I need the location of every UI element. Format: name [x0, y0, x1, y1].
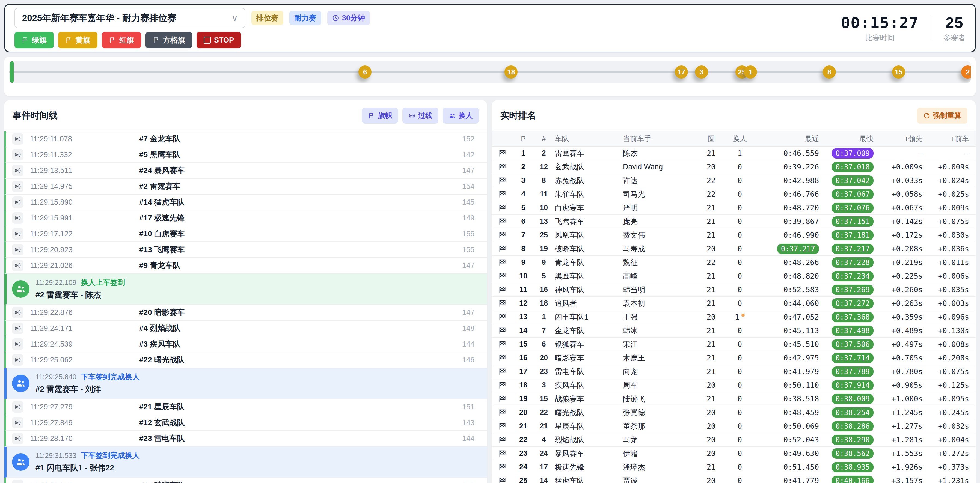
event-row-crossing[interactable]: 11:29:11.078#7 金龙车队152	[4, 131, 487, 147]
event-row-crossing[interactable]: 11:29:33.842#19 破晓车队146	[4, 478, 487, 483]
team-name: 雷霆赛车	[555, 148, 623, 158]
standings-row[interactable]: 2417极速先锋潘璋杰2100:51.4500:38.935+1.926s+0.…	[492, 460, 976, 474]
event-row-crossing[interactable]: 11:29:15.991#17 极速先锋149	[4, 210, 487, 226]
gap-to-leader: +0.780s	[873, 367, 923, 376]
event-row-crossing[interactable]: 11:29:27.279#21 星辰车队151	[4, 399, 487, 415]
gap-to-leader: +0.142s	[873, 217, 923, 226]
standings-row[interactable]: 411朱雀车队司马光2200:46.7660:37.067+0.058s+0.0…	[492, 187, 976, 201]
recent-lap-cell: 0:46.990	[756, 231, 819, 240]
event-row-crossing[interactable]: 11:29:22.876#20 暗影赛车147	[4, 305, 487, 321]
event-row-crossing[interactable]: 11:29:13.511#24 暴风赛车147	[4, 163, 487, 179]
event-time: 11:29:20.923	[30, 246, 139, 254]
standings-row[interactable]: 613飞鹰赛车庞亮2100:39.8670:37.151+0.142s+0.07…	[492, 215, 976, 229]
event-row-crossing[interactable]: 11:29:14.975#2 雷霆赛车154	[4, 179, 487, 195]
event-row-crossing[interactable]: 11:29:24.171#4 烈焰战队148	[4, 321, 487, 337]
race-control-header: 2025年新年赛车嘉年华 - 耐力赛排位赛 ∨ 排位赛 耐力赛 30分钟 绿旗黄…	[4, 4, 976, 52]
event-time: 11:29:25.062	[30, 356, 139, 364]
force-recalc-button[interactable]: 强制重算	[917, 108, 967, 124]
car-position-marker[interactable]: 15	[892, 65, 905, 79]
stop-button[interactable]: STOP	[197, 32, 241, 48]
event-row-driver-swap-out[interactable]: 11:29:31.533下车签到完成换人#1 闪电车队1 - 张伟22	[4, 447, 487, 478]
recent-lap-time: 0:39.867	[783, 217, 819, 226]
lap-count: 21	[699, 286, 724, 294]
crossing-icon-badge	[12, 260, 24, 271]
gap-to-ahead: +0.075s	[923, 367, 969, 376]
standings-row[interactable]: 510白虎赛车严明2100:48.7200:37.076+0.067s+0.00…	[492, 201, 976, 215]
car-position-marker[interactable]: 2	[961, 65, 971, 79]
fastest-lap-badge: 0:37.234	[832, 271, 873, 281]
recent-lap-time: 0:51.450	[783, 463, 819, 471]
event-team: #19 破晓车队	[139, 480, 462, 483]
timeline-filter-flags[interactable]: 旗帜	[362, 108, 398, 124]
checkered-flag-cell	[498, 245, 514, 253]
event-row-crossing[interactable]: 11:29:24.539#3 疾风车队144	[4, 337, 487, 352]
event-timeline-panel: 事件时间线 旗帜过线换人 11:29:11.078#7 金龙车队15211:29…	[4, 100, 487, 483]
standings-row[interactable]: 1218追风者袁本初2100:44.0600:37.272+0.263s+0.0…	[492, 297, 976, 310]
flag-button-yellow[interactable]: 黄旗	[58, 32, 97, 48]
event-row-crossing[interactable]: 11:29:27.849#12 玄武战队143	[4, 415, 487, 431]
event-row-crossing[interactable]: 11:29:11.332#5 黑鹰车队142	[4, 147, 487, 163]
standings-row[interactable]: 725凤凰车队费文伟2100:46.9900:37.181+0.172s+0.0…	[492, 229, 976, 242]
car-position-marker[interactable]: 3	[695, 65, 708, 79]
checkered-flag-cell	[498, 450, 514, 458]
standings-row[interactable]: 2022曙光战队张翼德2000:48.4590:38.254+1.245s+0.…	[492, 406, 976, 419]
current-driver: 陆逊飞	[623, 394, 699, 404]
event-row-crossing[interactable]: 11:29:28.170#23 雷电车队144	[4, 431, 487, 447]
flag-button-green[interactable]: 绿旗	[14, 32, 54, 48]
fastest-lap-badge: 0:37.368	[832, 312, 873, 322]
event-type-label: 换人上车签到	[81, 278, 125, 288]
crossing-icon-badge	[12, 354, 24, 365]
car-position-marker[interactable]: 8	[823, 65, 836, 79]
flag-button-chk[interactable]: 方格旗	[145, 32, 192, 48]
car-position-marker[interactable]: 17	[675, 65, 688, 79]
event-row-crossing[interactable]: 11:29:15.890#14 猛虎车队145	[4, 195, 487, 210]
gap-to-ahead: +0.075s	[923, 217, 969, 226]
standings-row[interactable]: 1915战狼赛车陆逊飞2100:38.5180:38.009+1.000s+0.…	[492, 392, 976, 406]
car-position-marker[interactable]: 1	[744, 65, 757, 79]
event-select[interactable]: 2025年新年赛车嘉年华 - 耐力赛排位赛 ∨	[14, 8, 245, 28]
event-row-driver-swap-out[interactable]: 11:29:25.840下车签到完成换人#2 雷霆赛车 - 刘洋	[4, 368, 487, 399]
standings-row[interactable]: 2324暴风赛车伊籍2000:49.6300:38.562+1.553s+0.2…	[492, 447, 976, 460]
event-row-crossing[interactable]: 11:29:25.062#22 曙光战队146	[4, 352, 487, 368]
gap-to-leader: +3.157s	[873, 477, 923, 483]
standings-row[interactable]: 1723雷电车队向宠2100:41.9790:37.789+0.780s+0.0…	[492, 365, 976, 378]
event-team: #2 雷霆赛车	[139, 181, 462, 192]
recent-lap-time: 0:45.113	[783, 326, 819, 335]
flag-button-red[interactable]: 红旗	[102, 32, 141, 48]
lap-count: 22	[699, 258, 724, 267]
standings-row[interactable]: 38赤兔战队许达2200:42.9880:37.042+0.033s+0.024…	[492, 174, 976, 187]
gap-to-leader: +0.905s	[873, 381, 923, 389]
gap-to-leader: +1.926s	[873, 463, 923, 471]
car-position-marker[interactable]: 6	[358, 65, 372, 79]
event-row-crossing[interactable]: 11:29:21.026#9 青龙车队147	[4, 258, 487, 274]
standings-row[interactable]: 2514猛虎车队贾诚2000:41.7790:40.166+3.157s+1.2…	[492, 474, 976, 483]
standings-row[interactable]: 99青龙车队魏征2200:48.2660:37.228+0.219s+0.011…	[492, 256, 976, 269]
standings-row[interactable]: 819破晓车队马寿成2000:37.2170:37.217+0.208s+0.0…	[492, 242, 976, 256]
timeline-filter-swaps[interactable]: 换人	[443, 108, 479, 124]
current-driver: 木鹿王	[623, 353, 699, 363]
crossing-icon-badge	[12, 401, 24, 413]
standings-row[interactable]: 12雷霆赛车陈杰2110:46.5590:37.009––	[492, 146, 976, 160]
standings-row[interactable]: 224烈焰战队马龙2000:52.0430:38.290+1.281s+0.00…	[492, 433, 976, 447]
timeline-filter-crossings[interactable]: 过线	[402, 108, 438, 124]
standings-row[interactable]: 212玄武战队David Wang2000:39.2260:37.018+0.0…	[492, 160, 976, 174]
standings-row[interactable]: 183疾风车队周军2000:50.1100:37.914+0.905s+0.12…	[492, 378, 976, 392]
recent-lap-time: 0:48.820	[783, 272, 819, 280]
standings-row[interactable]: 131闪电车队1王强2010:47.0520:37.368+0.359s+0.0…	[492, 310, 976, 324]
event-select-value: 2025年新年赛车嘉年华 - 耐力赛排位赛	[22, 12, 177, 24]
event-row-crossing[interactable]: 11:29:20.923#13 飞鹰赛车155	[4, 242, 487, 258]
standings-row[interactable]: 156银狐赛车宋江2100:45.5100:37.506+0.497s+0.00…	[492, 338, 976, 351]
crossing-icon	[14, 325, 21, 332]
standings-row[interactable]: 2121星辰车队董荼那2000:50.0690:38.286+1.277s+0.…	[492, 419, 976, 433]
car-position-marker[interactable]: 18	[504, 65, 517, 79]
standings-row[interactable]: 1116神风车队韩当明2100:52.5830:37.269+0.260s+0.…	[492, 283, 976, 297]
crossing-icon	[14, 151, 21, 158]
event-row-driver-swap-in[interactable]: 11:29:22.109换人上车签到#2 雷霆赛车 - 陈杰	[4, 274, 487, 305]
standings-row[interactable]: 147金龙车队韩冰2100:45.1130:37.498+0.489s+0.13…	[492, 324, 976, 338]
event-row-crossing[interactable]: 11:29:17.122#10 白虎赛车155	[4, 226, 487, 242]
standings-row[interactable]: 1620暗影赛车木鹿王2100:42.9750:37.714+0.705s+0.…	[492, 351, 976, 365]
recent-lap-badge: 0:37.217	[777, 244, 819, 254]
recent-lap-time: 0:49.630	[783, 449, 819, 458]
swap-count: 1	[724, 313, 756, 321]
standings-row[interactable]: 105黑鹰车队高峰2100:48.8200:37.234+0.225s+0.00…	[492, 269, 976, 283]
